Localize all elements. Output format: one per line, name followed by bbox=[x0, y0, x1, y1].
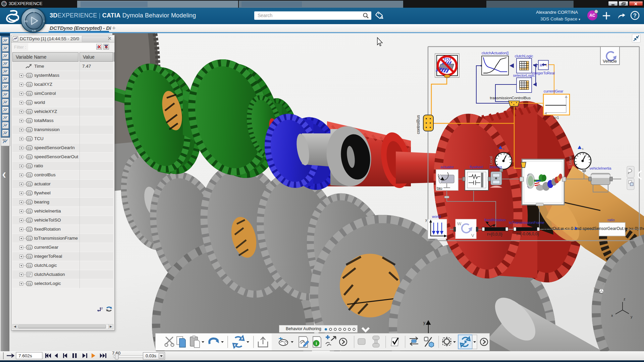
svg-text:Local: Local bbox=[568, 156, 572, 165]
svg-text:i: i bbox=[546, 63, 547, 68]
svg-text:f(x): f(x) bbox=[3, 54, 6, 56]
svg-text:C1: C1 bbox=[28, 210, 31, 213]
svg-text:f(x): f(x) bbox=[3, 61, 6, 63]
svg-text:Local: Local bbox=[489, 156, 493, 165]
svg-text:V: V bbox=[471, 233, 474, 238]
svg-text:f(x): f(x) bbox=[3, 115, 6, 117]
svg-text:Vehicle: Vehicle bbox=[603, 59, 617, 64]
svg-text:C1: C1 bbox=[28, 137, 31, 141]
svg-text:fixedRotation: fixedRotation bbox=[484, 218, 506, 222]
svg-text:currentGear: currentGear bbox=[544, 89, 564, 93]
svg-text:TCU: TCU bbox=[443, 57, 451, 61]
svg-text:integerToReal: integerToReal bbox=[532, 71, 555, 75]
svg-text:controlBus: controlBus bbox=[416, 115, 421, 134]
svg-text:C1: C1 bbox=[28, 219, 31, 222]
svg-text:f(x): f(x) bbox=[3, 84, 6, 86]
svg-text:GearOut.w <= 0 and speedSensor: GearOut.w <= 0 and speedSensorGearOut.w … bbox=[543, 226, 644, 231]
svg-text:C1: C1 bbox=[28, 119, 31, 123]
svg-text:C1: C1 bbox=[28, 237, 31, 240]
svg-text:f(x): f(x) bbox=[3, 46, 6, 48]
svg-text:x: x bbox=[446, 238, 448, 242]
svg-text:s: s bbox=[503, 147, 504, 150]
svg-text:(x): (x) bbox=[15, 37, 17, 39]
svg-text:C1: C1 bbox=[28, 146, 31, 150]
svg-text:tau: tau bbox=[437, 186, 442, 191]
svg-text:C1: C1 bbox=[28, 183, 31, 186]
svg-text:bearing: bearing bbox=[490, 165, 502, 169]
svg-text:clutchActuation[]: clutchActuation[] bbox=[482, 51, 509, 55]
svg-text:actuator: actuator bbox=[440, 165, 454, 169]
svg-text:y: y bbox=[425, 218, 427, 222]
svg-text:C1: C1 bbox=[28, 74, 31, 77]
svg-text:s: s bbox=[582, 147, 584, 150]
svg-text:C1: C1 bbox=[28, 174, 31, 177]
svg-text:r={0,0,0}: r={0,0,0} bbox=[487, 232, 502, 237]
svg-text:i: i bbox=[44, 20, 44, 23]
svg-text:r={-0.06,0,0}: r={-0.06,0,0} bbox=[517, 232, 539, 236]
svg-text:f(x): f(x) bbox=[3, 77, 6, 79]
svg-text:f(x): f(x) bbox=[3, 100, 6, 102]
svg-text:C1: C1 bbox=[28, 264, 31, 267]
svg-text:V.R: V.R bbox=[32, 29, 36, 32]
svg-text:C1: C1 bbox=[28, 201, 31, 204]
svg-text:f(x): f(x) bbox=[3, 92, 6, 94]
svg-text:C1: C1 bbox=[28, 110, 31, 114]
svg-text:f(x): f(x) bbox=[3, 38, 6, 40]
svg-text:f(x): f(x) bbox=[3, 131, 6, 133]
svg-text:7.602s: 7.602s bbox=[18, 353, 32, 358]
svg-text:C1: C1 bbox=[28, 228, 31, 231]
svg-text:♙: ♙ bbox=[33, 10, 35, 13]
svg-text:clutchLogic: clutchLogic bbox=[515, 54, 533, 58]
svg-text:?: ? bbox=[633, 13, 637, 18]
svg-text:flywheel: flywheel bbox=[470, 165, 483, 169]
svg-text:toTransmissionFrame: toTransmissionFrame bbox=[509, 221, 544, 225]
svg-text:f(x): f(x) bbox=[3, 123, 6, 125]
svg-text:C1: C1 bbox=[28, 192, 31, 195]
svg-text:world: world bbox=[432, 215, 441, 219]
svg-text:i: i bbox=[316, 341, 317, 346]
svg-text:ratio: ratio bbox=[607, 218, 614, 222]
svg-text:C1: C1 bbox=[28, 128, 31, 132]
svg-text:C1: C1 bbox=[28, 165, 31, 168]
svg-text:3D: 3D bbox=[24, 20, 28, 23]
svg-text:C1: C1 bbox=[28, 156, 31, 159]
svg-text:W: W bbox=[457, 221, 462, 226]
svg-text:C1: C1 bbox=[28, 92, 31, 96]
svg-text:C1: C1 bbox=[28, 255, 31, 258]
svg-text:C1: C1 bbox=[28, 246, 31, 249]
svg-text:C1: C1 bbox=[28, 101, 31, 105]
svg-text:f(x): f(x) bbox=[3, 69, 6, 71]
svg-text:0: 0 bbox=[101, 307, 103, 310]
svg-text:f(x): f(x) bbox=[3, 139, 6, 141]
svg-text:f(x): f(x) bbox=[3, 108, 6, 110]
svg-text:R: R bbox=[540, 63, 542, 67]
svg-text:vehicleInertia: vehicleInertia bbox=[590, 166, 612, 170]
svg-text:k=1: k=1 bbox=[553, 116, 559, 120]
svg-text:C1: C1 bbox=[28, 83, 31, 86]
svg-text:C1: C1 bbox=[28, 282, 31, 286]
svg-text:transmissionControlBus: transmissionControlBus bbox=[490, 96, 531, 100]
